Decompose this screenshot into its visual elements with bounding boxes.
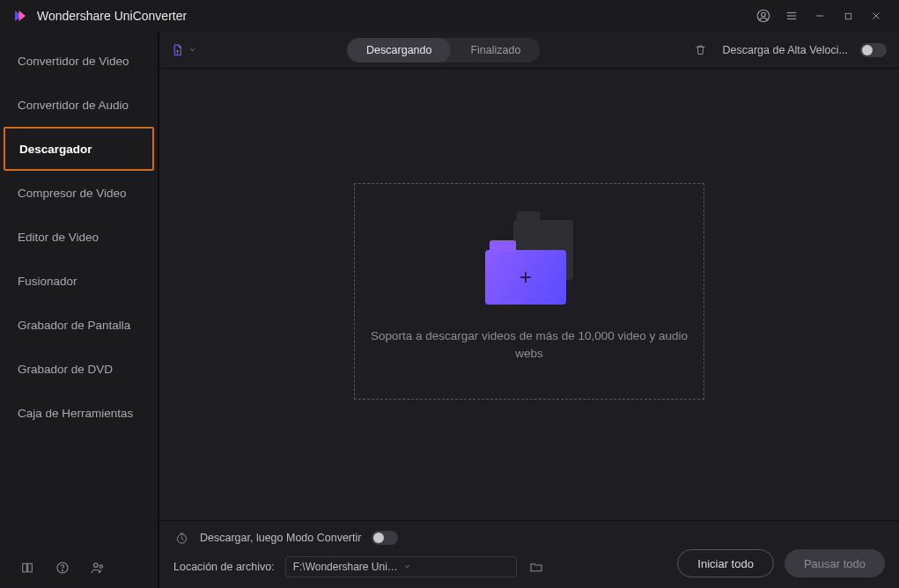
sidebar-item-toolbox[interactable]: Caja de Herramientas xyxy=(0,391,158,435)
sidebar-item-label: Convertidor de Audio xyxy=(18,99,129,112)
high-speed-label: Descarga de Alta Veloci... xyxy=(723,44,848,56)
paste-url-button[interactable] xyxy=(172,38,196,62)
clock-icon xyxy=(173,530,189,546)
minimize-icon[interactable] xyxy=(806,2,834,30)
plus-icon: + xyxy=(520,267,532,288)
file-location-path: F:\Wondershare UniConverter\Downloaded xyxy=(293,561,398,573)
open-folder-icon[interactable] xyxy=(527,558,545,576)
svg-rect-6 xyxy=(845,13,851,18)
sidebar-item-label: Convertidor de Video xyxy=(18,55,129,68)
app-logo-icon xyxy=(12,8,28,24)
sidebar-item-video-compressor[interactable]: Compresor de Video xyxy=(0,171,158,215)
sidebar-item-audio-converter[interactable]: Convertidor de Audio xyxy=(0,83,158,127)
sidebar-item-merger[interactable]: Fusionador xyxy=(0,259,158,303)
sidebar-item-label: Descargador xyxy=(19,143,92,156)
sidebar-item-dvd-burner[interactable]: Grabador de DVD xyxy=(0,347,158,391)
pause-all-button[interactable]: Pausar todo xyxy=(785,549,885,577)
svg-point-1 xyxy=(762,12,766,17)
footer: Descargar, luego Modo Convertir Locación… xyxy=(159,520,899,588)
guide-icon[interactable] xyxy=(19,560,35,576)
main-panel: Descargando Finalizado Descarga de Alta … xyxy=(158,32,899,588)
maximize-icon[interactable] xyxy=(834,2,862,30)
file-location-dropdown[interactable]: F:\Wondershare UniConverter\Downloaded xyxy=(285,556,517,577)
close-icon[interactable] xyxy=(862,2,890,30)
sidebar-item-label: Caja de Herramientas xyxy=(18,407,133,420)
sidebar-item-label: Grabador de Pantalla xyxy=(18,319,130,332)
tab-downloading[interactable]: Descargando xyxy=(347,38,451,62)
community-icon[interactable] xyxy=(90,560,106,576)
sidebar-item-label: Fusionador xyxy=(18,275,77,288)
convert-mode-label: Descargar, luego Modo Convertir xyxy=(200,532,361,544)
sidebar-bottom-icons xyxy=(0,548,158,588)
main-toolbar: Descargando Finalizado Descarga de Alta … xyxy=(159,32,899,69)
download-status-tabs: Descargando Finalizado xyxy=(347,38,540,62)
add-folder-icon: + xyxy=(485,220,573,305)
sidebar-item-label: Grabador de DVD xyxy=(18,363,113,376)
button-label: Iniciar todo xyxy=(697,557,754,570)
chevron-down-icon xyxy=(403,561,508,573)
account-icon[interactable] xyxy=(749,2,777,30)
tab-label: Descargando xyxy=(366,44,431,56)
dropzone-text: Soporta a descargar videos de más de 10,… xyxy=(355,327,704,364)
tab-finished[interactable]: Finalizado xyxy=(451,38,540,62)
svg-point-11 xyxy=(94,563,99,568)
svg-point-10 xyxy=(62,570,63,571)
sidebar-item-video-converter[interactable]: Convertidor de Video xyxy=(0,39,158,83)
sidebar-item-label: Editor de Video xyxy=(18,231,99,244)
button-label: Pausar todo xyxy=(804,557,866,570)
convert-mode-toggle[interactable] xyxy=(372,531,398,545)
trash-icon[interactable] xyxy=(691,40,711,60)
svg-point-12 xyxy=(99,565,102,568)
dropzone[interactable]: + Soporta a descargar videos de más de 1… xyxy=(354,183,704,400)
sidebar-item-label: Compresor de Video xyxy=(18,187,127,200)
sidebar-item-screen-recorder[interactable]: Grabador de Pantalla xyxy=(0,303,158,347)
app-title: Wondershare UniConverter xyxy=(37,9,187,23)
titlebar: Wondershare UniConverter xyxy=(0,0,899,32)
tab-label: Finalizado xyxy=(470,44,520,56)
menu-icon[interactable] xyxy=(777,2,806,30)
help-icon[interactable] xyxy=(55,560,70,576)
content-area: + Soporta a descargar videos de más de 1… xyxy=(159,69,899,520)
sidebar-item-downloader[interactable]: Descargador xyxy=(4,127,154,171)
start-all-button[interactable]: Iniciar todo xyxy=(677,549,774,577)
chevron-down-icon xyxy=(188,43,196,56)
file-location-label: Locación de archivo: xyxy=(173,561,275,573)
sidebar: Convertidor de Video Convertidor de Audi… xyxy=(0,32,158,588)
high-speed-toggle[interactable] xyxy=(860,43,887,57)
sidebar-item-video-editor[interactable]: Editor de Video xyxy=(0,215,158,259)
